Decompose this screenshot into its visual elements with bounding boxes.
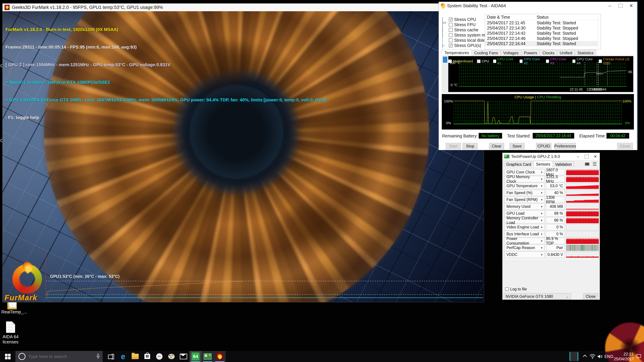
furmark-icon — [216, 353, 223, 361]
graph-scrollbar[interactable] — [443, 56, 448, 92]
table-row-selected[interactable]: 25/04/2017 22:16:44Stability Test: Start… — [485, 41, 601, 46]
checkbox[interactable] — [505, 287, 509, 291]
clear-button[interactable]: Clear — [489, 143, 504, 149]
close-button[interactable]: ✕ — [591, 153, 600, 160]
sensor-selector[interactable]: Fan Speed (RPM)▼ — [505, 197, 544, 203]
stress-cpu-checkbox-row[interactable]: ✓ Stress CPU — [442, 17, 476, 22]
sensor-selector[interactable]: GPU Memory Clock▼ — [505, 176, 544, 182]
close-button[interactable]: ✕ — [626, 2, 636, 9]
minimize-button[interactable]: – — [574, 153, 582, 160]
menu-icon[interactable]: ☰ — [592, 161, 597, 167]
stress-gpu-checkbox-row[interactable]: ✓ Stress GPU(s) — [442, 43, 481, 48]
aida64-icon: 64 — [192, 353, 200, 361]
tab-statistics[interactable]: Statistics — [575, 50, 596, 56]
table-scrollbar[interactable] — [598, 14, 601, 49]
taskbar-item-furmark[interactable] — [214, 351, 226, 362]
language-indicator[interactable]: ENG — [604, 354, 614, 359]
sensor-selector[interactable]: GPU Core Clock▼ — [505, 169, 544, 175]
taskbar-item-edge[interactable]: e — [117, 351, 129, 362]
maximize-button[interactable] — [615, 2, 626, 9]
furmark-titlebar[interactable]: Geeks3D FurMark v1.18.2.0 - 95FPS, GPU1 … — [2, 3, 484, 11]
scrollbar-thumb[interactable] — [443, 57, 447, 63]
aida64-titlebar[interactable]: System Stability Test - AIDA64 – ✕ — [439, 2, 636, 9]
checkbox[interactable]: ✓ — [449, 43, 453, 47]
stress-fpu-checkbox-row[interactable]: 123 Stress FPU — [442, 22, 476, 27]
sensor-selector[interactable]: Bus Interface Load▼ — [505, 231, 544, 237]
taskbar-item-gpuz[interactable] — [202, 351, 214, 362]
wifi-icon[interactable] — [589, 354, 596, 359]
cpuid-button[interactable]: CPUID — [536, 143, 552, 149]
sensor-selector[interactable]: VDDC▼ — [505, 252, 544, 258]
aida64-tab-strip: Temperatures Cooling Fans Voltages Power… — [442, 50, 596, 56]
sensor-selector[interactable]: Memory Controller Load▼ — [505, 217, 544, 223]
checkbox[interactable]: ✓ — [449, 17, 453, 21]
stability-log-table[interactable]: Date & TimeStatus 25/04/2017 22:11:45Sta… — [485, 14, 601, 49]
sensor-selector[interactable]: Fan Speed (%)▼ — [505, 190, 544, 196]
sensor-graph — [566, 217, 599, 223]
stress-disks-checkbox-row[interactable]: Stress local disks — [442, 38, 486, 43]
stress-cache-checkbox-row[interactable]: Stress cache — [442, 27, 478, 32]
taskbar-item-aida64[interactable]: 64 — [190, 351, 202, 362]
close-button[interactable]: Close — [617, 143, 633, 149]
taskbar-item-mail[interactable] — [178, 351, 190, 362]
taskbar-item-snipping-tool[interactable]: ✂ — [153, 351, 165, 362]
sensor-selector[interactable]: Memory Used▼ — [505, 203, 544, 210]
preferences-button[interactable]: Preferences — [554, 143, 576, 149]
save-button[interactable]: Save — [510, 143, 524, 149]
taskbar-item-store[interactable] — [141, 351, 153, 362]
sensor-row: GPU Core Clock▼1607.0 MHz — [504, 169, 598, 175]
test-started-value: 25/04/2017 22:16:44 — [533, 133, 574, 139]
checkbox-label: Log to file — [510, 287, 527, 292]
sensor-selector[interactable]: GPU Temperature▼ — [505, 183, 544, 189]
stop-button[interactable]: Stop — [462, 143, 478, 149]
aida64-window-title: System Stability Test - AIDA64 — [447, 3, 506, 8]
table-row[interactable]: 25/04/2017 22:14:30Stability Test: Stopp… — [485, 25, 601, 31]
tab-voltages[interactable]: Voltages — [500, 50, 521, 56]
tab-unified[interactable]: Unified — [557, 50, 575, 56]
tray-expand-chevron-icon[interactable] — [582, 355, 589, 358]
system-tray: ENG 22:21 25/04/2017 — [570, 351, 644, 362]
sensor-row: PerfCap Reason▼Pwr — [504, 245, 598, 251]
task-view-button[interactable] — [105, 351, 117, 362]
volume-icon[interactable] — [596, 354, 604, 359]
table-header: Date & TimeStatus — [485, 14, 601, 20]
sensor-selector[interactable]: Power Consumption▼ — [505, 238, 544, 244]
taskbar-item-paint[interactable] — [165, 351, 178, 362]
sensor-selector[interactable]: PerfCap Reason▼ — [505, 245, 544, 251]
checkbox[interactable] — [449, 33, 453, 37]
action-center-icon[interactable] — [634, 354, 643, 359]
table-row[interactable]: 25/04/2017 22:11:45Stability Test: Start… — [485, 20, 601, 25]
usb-device-tray-icon[interactable] — [570, 352, 578, 361]
desktop-icon-aida64-licenses[interactable]: AIDA 64 licenses — [1, 322, 20, 345]
checkbox[interactable] — [449, 23, 453, 27]
tab-powers[interactable]: Powers — [521, 50, 540, 56]
tab-sensors[interactable]: Sensors — [534, 161, 552, 168]
gpuz-titlebar[interactable]: TechPowerUp GPU-Z 1.9.0 – ✕ — [502, 153, 600, 160]
tab-cooling-fans[interactable]: Cooling Fans — [472, 50, 500, 56]
clock[interactable]: 22:21 25/04/2017 — [614, 352, 634, 361]
gpu-device-select[interactable]: NVIDIA GeForce GTX 1080⌄ — [504, 294, 571, 300]
start-button[interactable]: Start — [446, 143, 461, 149]
fpu-icon: 123 — [442, 23, 447, 26]
taskbar-search[interactable] — [16, 351, 103, 362]
checkbox[interactable] — [449, 28, 453, 32]
table-row[interactable]: 25/04/2017 22:14:42Stability Test: Start… — [485, 31, 601, 36]
taskbar-item-file-explorer[interactable] — [129, 351, 141, 362]
desktop-icon-realtemp[interactable]: RealTemp_... — [1, 302, 23, 315]
checkbox[interactable] — [449, 38, 453, 42]
sensor-selector[interactable]: GPU Load▼ — [505, 210, 544, 217]
maximize-button[interactable] — [582, 153, 591, 160]
tab-temperatures[interactable]: Temperatures — [442, 49, 472, 56]
screenshot-camera-icon[interactable] — [585, 163, 589, 166]
minimize-button[interactable]: – — [604, 2, 615, 9]
search-input[interactable] — [28, 354, 86, 359]
start-button[interactable] — [0, 351, 16, 362]
sensor-selector[interactable]: Video Engine Load▼ — [505, 224, 544, 230]
log-to-file-row[interactable]: Log to file — [505, 287, 527, 292]
chevron-down-icon: ▼ — [540, 233, 543, 236]
close-button[interactable]: Close — [583, 294, 598, 300]
desktop: C C Geeks3D FurMark v1.18.2.0 - 95FPS, G… — [0, 0, 644, 362]
table-row[interactable]: 25/04/2017 22:14:46Stability Test: Stopp… — [485, 36, 601, 41]
tab-clocks[interactable]: Clocks — [540, 50, 557, 56]
microphone-icon[interactable] — [96, 354, 100, 360]
